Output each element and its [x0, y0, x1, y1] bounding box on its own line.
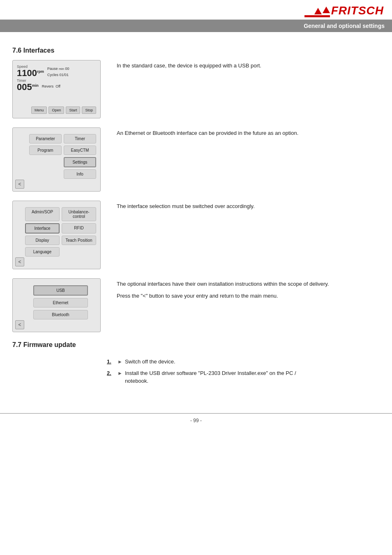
page-header: FRITSCH [0, 0, 392, 20]
arrow-icon-1: ► [118, 358, 122, 365]
row-1: Speed 1100rpm Pause min 00 Cycles 01/01 … [12, 60, 380, 118]
empty-btn-1 [29, 157, 62, 167]
language-btn[interactable]: Language [25, 247, 60, 257]
screen2-mock: Parameter Timer Program EasyCTM Settings… [12, 127, 101, 192]
screen1-buttons: Menu Open Start Stop [17, 106, 96, 114]
admin-btn[interactable]: Admin/SOP [25, 207, 60, 221]
parameter-btn[interactable]: Parameter [29, 134, 62, 143]
section-header-bar: General and optional settings [0, 20, 392, 32]
easycgm-btn[interactable]: EasyCTM [64, 146, 96, 155]
row-3: Admin/SOP Unbalance-control Interface RF… [12, 201, 380, 269]
row4-text: The optional interfaces have their own i… [117, 278, 380, 301]
arrow-icon-2: ► [118, 370, 122, 377]
back-btn-3[interactable]: < [15, 257, 24, 266]
interface-list: USB Ethernet Bluetooth [17, 283, 96, 328]
screen3-image: Admin/SOP Unbalance-control Interface RF… [12, 201, 107, 269]
section-76-title: 7.6 Interfaces [12, 47, 380, 54]
row-4: USB Ethernet Bluetooth < The optional in… [12, 278, 380, 332]
unbalance-btn[interactable]: Unbalance-control [62, 207, 96, 221]
back-btn-4[interactable]: < [15, 320, 24, 329]
step-2: 2. ► Install the USB driver software "PL… [107, 369, 306, 385]
row3-text: The interface selection must be switched… [117, 201, 380, 211]
program-btn[interactable]: Program [29, 146, 62, 155]
row1-text: In the standard case, the device is equi… [117, 60, 380, 70]
timer-value: 005min [17, 83, 39, 92]
row-2: Parameter Timer Program EasyCTM Settings… [12, 127, 380, 192]
screen2-image: Parameter Timer Program EasyCTM Settings… [12, 127, 107, 192]
numbered-list: 1. ► Switch off the device. 2. ► Install… [107, 358, 306, 388]
empty-btn-2 [29, 169, 62, 179]
logo-bar [304, 15, 330, 17]
screen4-mock: USB Ethernet Bluetooth < [12, 278, 101, 332]
stop-btn[interactable]: Stop [82, 106, 96, 114]
settings-btn[interactable]: Settings [64, 157, 96, 167]
start-btn[interactable]: Start [66, 106, 80, 114]
settings-grid: Admin/SOP Unbalance-control Interface RF… [17, 205, 96, 265]
screen1-mock: Speed 1100rpm Pause min 00 Cycles 01/01 … [12, 60, 101, 118]
teach-btn[interactable]: Teach Position [62, 236, 96, 245]
screen4-image: USB Ethernet Bluetooth < [12, 278, 107, 332]
menu-grid: Parameter Timer Program EasyCTM Settings… [17, 132, 96, 187]
section-77-title: 7.7 Firmware update [12, 341, 380, 349]
logo: FRITSCH [304, 4, 384, 17]
tri-icon-1 [314, 8, 322, 14]
main-content: 7.6 Interfaces Speed 1100rpm Pause min 0… [0, 32, 392, 401]
bluetooth-btn[interactable]: Bluetooth [33, 310, 88, 319]
screen3-mock: Admin/SOP Unbalance-control Interface RF… [12, 201, 101, 269]
screen1-image: Speed 1100rpm Pause min 00 Cycles 01/01 … [12, 60, 107, 118]
back-btn-2[interactable]: < [15, 180, 24, 189]
logo-text: FRITSCH [331, 4, 384, 17]
interface-btn[interactable]: Interface [25, 223, 60, 234]
empty-settings [62, 247, 96, 257]
row2-text: An Ethernet or Bluetooth interface can b… [117, 127, 380, 138]
display-btn[interactable]: Display [25, 236, 60, 245]
open-btn[interactable]: Open [48, 106, 64, 114]
usb-btn[interactable]: USB [33, 285, 88, 296]
menu-btn[interactable]: Menu [31, 106, 47, 114]
rfid-btn[interactable]: RFID [62, 223, 96, 234]
speed-value: 1100rpm [17, 69, 44, 78]
timer-btn[interactable]: Timer [64, 134, 96, 143]
tri-icon-2 [323, 7, 330, 13]
page-footer: - 99 - [0, 413, 392, 428]
info-btn[interactable]: Info [64, 169, 96, 179]
ethernet-btn[interactable]: Ethernet [33, 298, 88, 308]
step-1: 1. ► Switch off the device. [107, 358, 306, 366]
page-number: - 99 - [190, 418, 202, 423]
firmware-section: 1. ► Switch off the device. 2. ► Install… [12, 354, 380, 388]
